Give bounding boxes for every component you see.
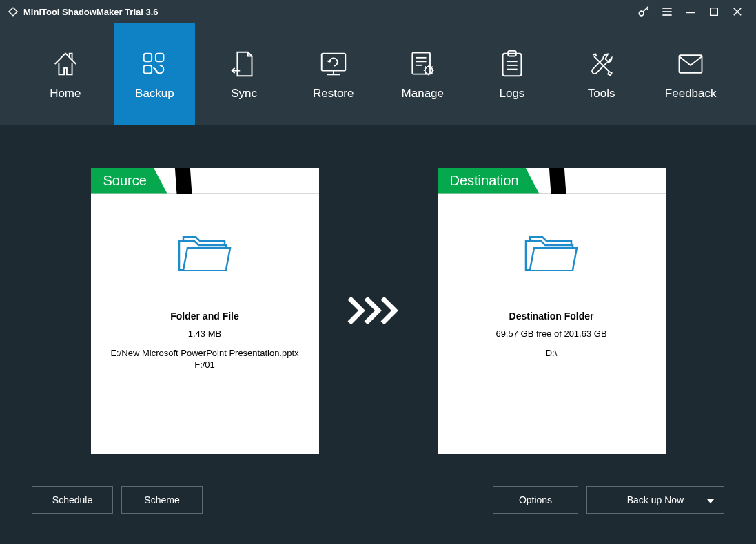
logs-icon — [498, 48, 526, 80]
backup-now-label: Back up Now — [627, 494, 684, 505]
menu-icon[interactable] — [655, 0, 679, 23]
app-title: MiniTool ShadowMaker Trial 3.6 — [23, 7, 159, 17]
svg-rect-19 — [503, 54, 522, 76]
restore-icon — [317, 48, 350, 80]
app-logo-icon — [7, 6, 19, 18]
destination-card[interactable]: Destination Destination Folder 69.57 GB … — [438, 168, 666, 454]
folder-icon — [522, 229, 581, 279]
destination-paths: D:\ — [546, 347, 558, 359]
key-icon[interactable] — [632, 0, 655, 23]
nav-manage[interactable]: Manage — [382, 23, 464, 125]
main-nav: Home Backup Sync Restore — [0, 23, 756, 125]
nav-restore[interactable]: Restore — [293, 23, 374, 125]
nav-manage-label: Manage — [402, 87, 444, 101]
manage-icon — [407, 48, 438, 80]
tools-icon — [586, 48, 617, 80]
nav-tools[interactable]: Tools — [561, 23, 642, 125]
home-icon — [50, 48, 81, 80]
nav-logs-label: Logs — [500, 87, 525, 101]
nav-feedback-label: Feedback — [665, 87, 717, 101]
maximize-button[interactable] — [702, 0, 726, 23]
destination-tab-header: Destination — [438, 168, 666, 194]
nav-restore-label: Restore — [313, 87, 354, 101]
svg-rect-5 — [711, 8, 718, 16]
backup-now-button[interactable]: Back up Now — [586, 486, 724, 514]
arrows-icon — [354, 297, 403, 324]
svg-rect-9 — [156, 54, 164, 62]
nav-tools-label: Tools — [588, 87, 615, 101]
backup-icon — [139, 48, 170, 80]
titlebar: MiniTool ShadowMaker Trial 3.6 — [0, 0, 756, 23]
caret-down-icon — [707, 494, 714, 505]
nav-feedback[interactable]: Feedback — [650, 23, 731, 125]
svg-line-24 — [594, 56, 609, 72]
nav-backup[interactable]: Backup — [114, 23, 196, 125]
nav-home[interactable]: Home — [25, 23, 106, 125]
close-button[interactable] — [726, 0, 749, 23]
destination-heading: Destination Folder — [509, 311, 594, 322]
destination-tab-label: Destination — [438, 168, 540, 194]
footer-bar: Schedule Scheme Options Back up Now — [0, 482, 756, 544]
nav-home-label: Home — [50, 87, 81, 101]
destination-size: 69.57 GB free of 201.63 GB — [496, 328, 606, 339]
options-button[interactable]: Options — [493, 486, 578, 514]
svg-point-0 — [639, 11, 644, 16]
sync-icon — [230, 48, 258, 80]
nav-sync[interactable]: Sync — [203, 23, 285, 125]
svg-rect-10 — [144, 65, 152, 74]
main-area: Source Folder and File 1.43 MB E:/New Mi… — [0, 125, 756, 482]
nav-logs[interactable]: Logs — [471, 23, 553, 125]
svg-rect-8 — [144, 54, 152, 62]
svg-point-18 — [425, 67, 433, 74]
svg-rect-25 — [680, 55, 702, 73]
source-card[interactable]: Source Folder and File 1.43 MB E:/New Mi… — [91, 168, 319, 454]
schedule-button[interactable]: Schedule — [32, 486, 113, 514]
feedback-icon — [675, 48, 706, 80]
folder-icon — [175, 229, 234, 279]
minimize-button[interactable] — [679, 0, 702, 23]
source-paths: E:/New Microsoft PowerPoint Presentation… — [110, 347, 298, 371]
source-heading: Folder and File — [170, 311, 239, 322]
svg-rect-11 — [321, 54, 345, 71]
scheme-button[interactable]: Scheme — [121, 486, 203, 514]
nav-backup-label: Backup — [135, 87, 174, 101]
nav-sync-label: Sync — [231, 87, 257, 101]
source-tab-header: Source — [91, 168, 319, 194]
source-size: 1.43 MB — [188, 328, 221, 339]
svg-rect-14 — [413, 53, 431, 74]
